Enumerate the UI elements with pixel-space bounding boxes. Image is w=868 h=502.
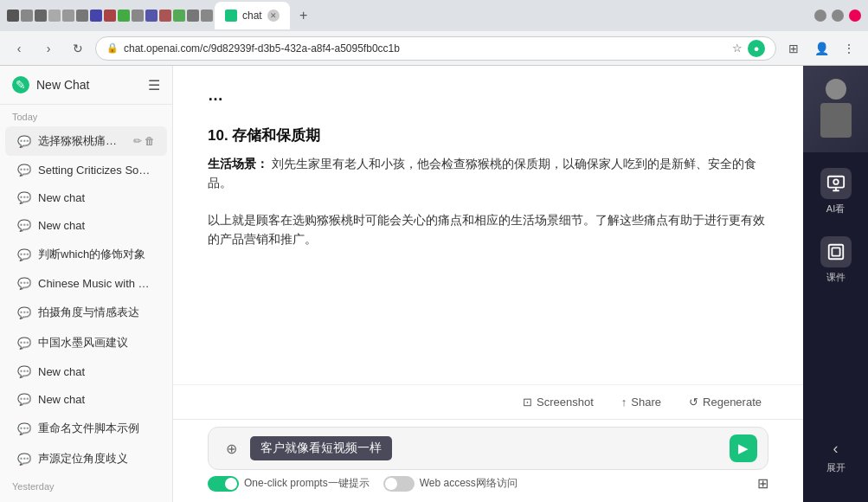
message-para-10: 生活场景： 刘先生家里有老人和小孩，他会检查猕猴桃的保质期，以确保家人吃到的是新… (208, 154, 768, 193)
sidebar-menu-icon[interactable]: ☰ (148, 77, 160, 93)
sidebar-header: ✎ New Chat ☰ (0, 66, 172, 105)
chat-icon-11: 💬 (17, 453, 31, 466)
sidebar-item-4[interactable]: 💬 判断which的修饰对象 (5, 240, 167, 269)
new-chat-button[interactable]: ✎ New Chat (12, 76, 89, 93)
chat-icon-1: 💬 (17, 164, 31, 177)
menu-button[interactable]: ⋮ (837, 36, 861, 61)
sidebar-item-7[interactable]: 💬 中国水墨风画建议 (5, 328, 167, 357)
url-text: chat.openai.com/c/9d82939f-d3b5-432a-a8f… (124, 42, 727, 55)
sidebar-item-9[interactable]: 💬 New chat (5, 386, 167, 413)
message-top-text: … (208, 83, 768, 108)
toggle-one-click-label: One-click prompts一键提示 (244, 476, 370, 491)
edit-icon-0[interactable]: ✏ (133, 135, 142, 147)
close-button[interactable] (849, 10, 861, 22)
chat-icon-4: 💬 (17, 248, 31, 261)
toggle-web-access[interactable]: Web access网络访问 (383, 476, 518, 492)
sidebar-item-0[interactable]: 💬 选择猕猴桃痛点解析 ✏ 🗑 (5, 126, 167, 156)
right-panel-expand-button[interactable]: ‹ 展开 (803, 429, 868, 485)
sidebar-item-text-6: 拍摄角度与情感表达 (38, 305, 155, 320)
chat-area: … 10. 存储和保质期 生活场景： 刘先生家里有老人和小孩，他会检查猕猴桃的保… (173, 66, 803, 502)
sidebar-item-6[interactable]: 💬 拍摄角度与情感表达 (5, 298, 167, 327)
sidebar-item-text-4: 判断which的修饰对象 (38, 247, 155, 262)
toggle-one-click[interactable]: One-click prompts一键提示 (208, 476, 370, 492)
right-panel-lesson[interactable]: 课件 (803, 228, 868, 293)
bookmark-icon[interactable]: ☆ (732, 42, 743, 55)
conclusion-text: 以上就是顾客在选购猕猴桃时可能会关心的痛点和相应的生活场景细节。了解这些痛点有助… (208, 210, 768, 249)
expand-chevron-icon: ‹ (833, 440, 839, 458)
input-subtitle-overlay: 客户就像看短视频一样 (250, 436, 392, 460)
profile-icon[interactable]: ● (748, 40, 765, 57)
chat-icon-8: 💬 (17, 365, 31, 378)
sidebar-item-10[interactable]: 💬 重命名文件脚本示例 (5, 414, 167, 443)
sidebar-item-text-5: Chinese Music with Guzheng (38, 277, 155, 290)
back-button[interactable]: ‹ (7, 36, 31, 61)
person-avatar (814, 79, 858, 139)
chat-messages: … 10. 存储和保质期 生活场景： 刘先生家里有老人和小孩，他会检查猕猴桃的保… (173, 66, 803, 384)
svg-rect-3 (832, 248, 839, 255)
input-box: ⊕ 客户就像看短视频一样 ▶ (208, 427, 768, 470)
browser-action-icons: ⊞ 👤 ⋮ (781, 36, 861, 61)
address-bar[interactable]: 🔒 chat.openai.com/c/9d82939f-d3b5-432a-a… (95, 36, 776, 61)
extensions-button[interactable]: ⊞ (781, 36, 806, 61)
new-chat-icon: ✎ (12, 76, 29, 93)
right-panel: AI看 课件 ‹ 展开 (803, 66, 868, 502)
profile-button[interactable]: 👤 (809, 36, 833, 61)
toggles-expand-button[interactable]: ⊞ (757, 475, 768, 492)
screenshot-button[interactable]: ⊡ Screenshot (516, 392, 601, 412)
share-button[interactable]: ↑ Share (614, 392, 668, 412)
screenshot-icon: ⊡ (523, 396, 532, 409)
new-chat-label: New Chat (36, 78, 89, 92)
forward-button[interactable]: › (36, 36, 61, 61)
sidebar-item-11[interactable]: 💬 声源定位角度歧义 (5, 444, 167, 473)
sidebar-item-8[interactable]: 💬 New chat (5, 358, 167, 385)
sidebar-item-1[interactable]: 💬 Setting Criticizes Society in (5, 157, 167, 183)
sidebar: ✎ New Chat ☰ Today 💬 选择猕猴桃痛点解析 ✏ 🗑 💬 Set… (0, 66, 173, 502)
new-tab-button[interactable]: + (292, 3, 316, 28)
toggle-one-click-knob (225, 478, 237, 490)
attach-button[interactable]: ⊕ (219, 436, 243, 460)
lesson-icon (820, 236, 852, 267)
sidebar-item-2[interactable]: 💬 New chat (5, 184, 167, 211)
minimize-button[interactable] (814, 10, 826, 22)
sidebar-item-5[interactable]: 💬 Chinese Music with Guzheng (5, 270, 167, 297)
refresh-button[interactable]: ↻ (66, 36, 90, 61)
chat-icon-3: 💬 (17, 219, 31, 232)
person-head (826, 79, 846, 100)
section-today-label: Today (0, 105, 172, 126)
send-button[interactable]: ▶ (730, 434, 757, 462)
expand-label: 展开 (826, 461, 845, 474)
ai-view-icon (820, 168, 852, 199)
maximize-button[interactable] (832, 10, 844, 22)
chat-icon-5: 💬 (17, 277, 31, 290)
delete-icon-0[interactable]: 🗑 (145, 135, 155, 147)
section-title-10: 10. 存储和保质期 (208, 126, 768, 145)
tab-favicon-row: chat ✕ + (7, 2, 861, 29)
lesson-label: 课件 (826, 271, 845, 284)
chat-icon-9: 💬 (17, 393, 31, 406)
regenerate-button[interactable]: ↺ Regenerate (682, 392, 768, 412)
right-panel-video (803, 66, 868, 152)
toggle-web-access-switch[interactable] (383, 476, 415, 492)
active-tab[interactable]: chat ✕ (215, 2, 290, 29)
message-conclusion: 以上就是顾客在选购猕猴桃时可能会关心的痛点和相应的生活场景细节。了解这些痛点有助… (208, 210, 768, 249)
message-block-10: 10. 存储和保质期 生活场景： 刘先生家里有老人和小孩，他会检查猕猴桃的保质期… (208, 126, 768, 193)
tab-label: chat (242, 10, 262, 22)
message-block-top: … (208, 83, 768, 108)
chat-icon-0: 💬 (17, 135, 31, 148)
toggle-one-click-switch[interactable] (208, 476, 239, 492)
svg-point-1 (833, 179, 839, 184)
svg-rect-0 (827, 177, 843, 188)
address-bar-icons: ☆ ● (732, 40, 765, 57)
tab-close-icon[interactable]: ✕ (267, 10, 280, 22)
life-scene-label-10: 生活场景： (208, 157, 268, 171)
tab-bar: chat ✕ + (0, 0, 868, 31)
regenerate-icon: ↺ (689, 396, 698, 409)
svg-rect-2 (828, 245, 843, 260)
right-panel-menu: AI看 课件 (803, 152, 868, 293)
toggle-web-access-label: Web access网络访问 (420, 476, 518, 491)
sidebar-item-text-11: 声源定位角度歧义 (38, 451, 155, 467)
right-panel-ai-view[interactable]: AI看 (803, 159, 868, 224)
input-area: ⊕ 客户就像看短视频一样 ▶ One-click prompts一键提示 (173, 419, 803, 502)
sidebar-item-text-10: 重命名文件脚本示例 (38, 421, 155, 436)
sidebar-item-3[interactable]: 💬 New chat (5, 212, 167, 239)
